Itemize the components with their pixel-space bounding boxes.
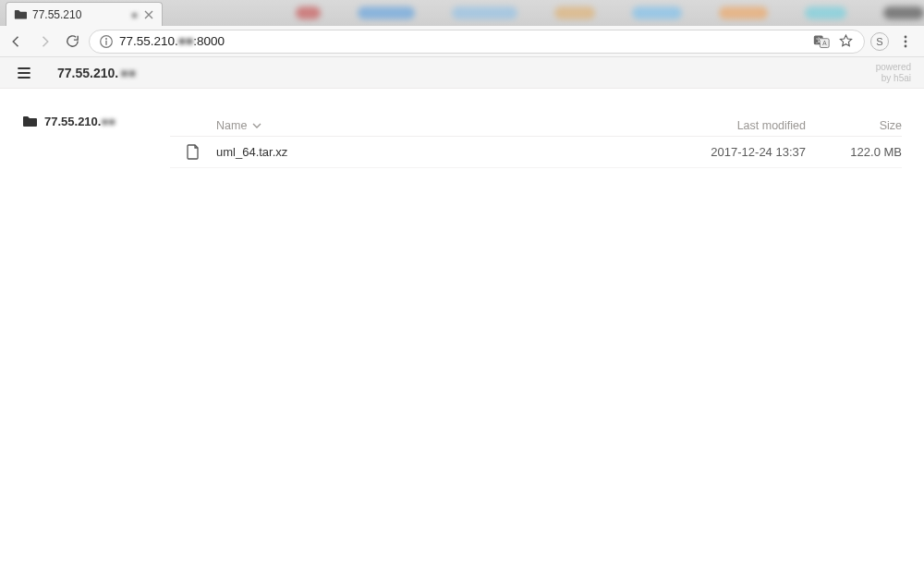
folder-icon xyxy=(22,115,37,127)
content-area: 77.55.210.■■ Name Last modified Size uml… xyxy=(0,89,924,168)
powered-line2: by h5ai xyxy=(876,73,911,84)
powered-by: powered by h5ai xyxy=(876,62,911,84)
browser-tab-strip: 77.55.210 ■ xyxy=(0,0,924,26)
tree-panel: 77.55.210.■■ xyxy=(22,115,170,168)
file-list-panel: Name Last modified Size uml_64.tar.xz201… xyxy=(170,115,902,168)
tab-close-icon[interactable] xyxy=(143,9,154,20)
header-last-modified[interactable]: Last modified xyxy=(671,119,819,132)
powered-line1: powered xyxy=(876,62,911,73)
breadcrumb[interactable]: 77.55.210.■■ xyxy=(57,66,136,80)
header-name[interactable]: Name xyxy=(216,119,671,132)
breadcrumb-redacted: ■■ xyxy=(120,66,136,80)
svg-point-7 xyxy=(905,35,907,38)
tree-root-item[interactable]: 77.55.210.■■ xyxy=(22,115,161,128)
url-prefix: 77.55.210. xyxy=(119,34,178,48)
nav-reload-button[interactable] xyxy=(61,30,83,53)
header-size[interactable]: Size xyxy=(819,119,902,132)
sidebar-toggle-button[interactable] xyxy=(13,62,35,84)
nav-forward-button[interactable] xyxy=(33,30,55,53)
tree-root-redacted: ■■ xyxy=(101,115,116,128)
tree-root-prefix: 77.55.210. xyxy=(44,115,101,128)
list-item[interactable]: uml_64.tar.xz2017-12-24 13:37122.0 MB xyxy=(170,137,902,168)
browser-right-icons: S xyxy=(870,32,918,51)
url-redacted: ■■ xyxy=(178,34,193,48)
translate-icon[interactable]: 文A xyxy=(812,32,831,51)
profile-badge[interactable]: S xyxy=(870,32,889,51)
breadcrumb-prefix: 77.55.210. xyxy=(57,66,118,80)
file-modified: 2017-12-24 13:37 xyxy=(671,145,819,159)
profile-letter: S xyxy=(876,36,882,47)
svg-point-1 xyxy=(105,38,107,40)
list-header: Name Last modified Size xyxy=(170,115,902,137)
file-rows: uml_64.tar.xz2017-12-24 13:37122.0 MB xyxy=(170,137,902,168)
header-size-label: Size xyxy=(880,119,902,132)
browser-tab[interactable]: 77.55.210 ■ xyxy=(6,2,163,26)
svg-point-8 xyxy=(905,40,907,42)
svg-rect-2 xyxy=(105,40,106,44)
bookmark-star-icon[interactable] xyxy=(836,32,855,51)
nav-back-button[interactable] xyxy=(6,30,28,53)
url-suffix: :8000 xyxy=(193,34,225,48)
address-bar[interactable]: 77.55.210.■■:8000 文A xyxy=(89,30,865,54)
browser-menu-icon[interactable] xyxy=(896,32,915,51)
svg-text:文: 文 xyxy=(816,36,822,42)
file-icon xyxy=(170,144,216,160)
app-top-bar: 77.55.210.■■ powered by h5ai xyxy=(0,57,924,89)
tab-favicon-folder-icon xyxy=(14,8,27,21)
tab-title: 77.55.210 xyxy=(32,8,126,21)
sort-chevron-down-icon xyxy=(252,121,261,130)
browser-nav-bar: 77.55.210.■■:8000 文A S xyxy=(0,26,924,57)
svg-text:A: A xyxy=(822,40,827,46)
tab-strip-blurred-background xyxy=(166,0,924,26)
svg-point-9 xyxy=(905,44,907,47)
header-modified-label: Last modified xyxy=(737,119,806,132)
header-name-label: Name xyxy=(216,119,247,132)
file-size: 122.0 MB xyxy=(819,145,902,159)
address-url: 77.55.210.■■:8000 xyxy=(119,30,807,53)
site-info-icon[interactable] xyxy=(99,34,114,49)
h5ai-app: 77.55.210.■■ powered by h5ai 77.55.210.■… xyxy=(0,57,924,168)
tab-title-redacted: ■ xyxy=(131,9,138,20)
file-name: uml_64.tar.xz xyxy=(216,145,671,159)
